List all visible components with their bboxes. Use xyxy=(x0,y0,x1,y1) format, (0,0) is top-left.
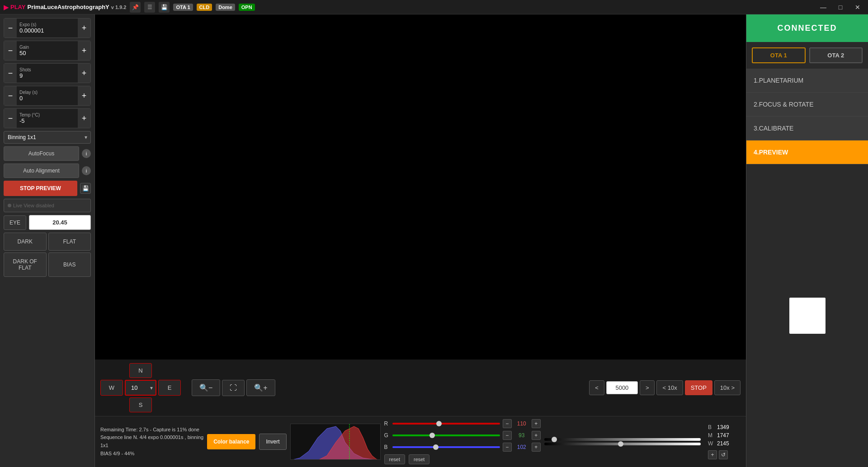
nav-controls: N W 10 1 5 20 50 E S xyxy=(95,360,746,416)
north-button[interactable]: N xyxy=(129,363,152,378)
w-stat-value: 2145 xyxy=(717,440,729,447)
gain-plus-button[interactable]: + xyxy=(78,41,90,60)
app-name-full: PrimaLuceAstrophotographY xyxy=(27,4,109,10)
expo-plus-button[interactable]: + xyxy=(78,19,90,37)
zoom-out-button[interactable]: 🔍+ xyxy=(246,379,275,396)
left-sidebar: − Expo (s) 0.000001 + − Gain 50 + − Shot… xyxy=(0,14,95,467)
delay-minus-button[interactable]: − xyxy=(4,86,17,105)
r-plus-button[interactable]: + xyxy=(532,419,541,428)
temp-label: Temp (°C) xyxy=(19,112,75,117)
goto-lt-button[interactable]: < xyxy=(589,380,604,395)
delay-plus-button[interactable]: + xyxy=(78,86,90,105)
temp-minus-button[interactable]: − xyxy=(4,109,17,128)
maximize-button[interactable]: □ xyxy=(834,0,847,14)
fit-button[interactable]: ⛶ xyxy=(222,380,245,396)
gain-minus-button[interactable]: − xyxy=(4,41,17,60)
minimize-button[interactable]: — xyxy=(816,0,830,14)
step-select[interactable]: 10 1 5 20 50 xyxy=(125,380,156,396)
stop-preview-button[interactable]: STOP PREVIEW xyxy=(4,181,77,196)
auto-alignment-info-icon[interactable]: i xyxy=(82,166,91,175)
b-stat-row: B 1349 xyxy=(708,424,737,430)
shots-label: Shots xyxy=(19,67,75,72)
zoom-in-button[interactable]: 🔍− xyxy=(192,379,220,396)
m-stat-value: 1747 xyxy=(717,432,729,439)
cld-badge: CLD xyxy=(197,4,212,11)
b-plus-button[interactable]: + xyxy=(532,443,541,452)
delay-label: Delay (s) xyxy=(19,90,75,95)
auto-alignment-button[interactable]: Auto Alignment xyxy=(4,163,79,178)
flat-button[interactable]: FLAT xyxy=(48,233,91,251)
right-sidebar: CONNECTED OTA 1 OTA 2 1.PLANETARIUM 2.FO… xyxy=(746,14,868,467)
ota1-badge: OTA 1 xyxy=(173,4,193,11)
ota-tabs: OTA 1 OTA 2 xyxy=(746,42,868,69)
temp-value: -5 xyxy=(19,117,75,124)
black-slider[interactable] xyxy=(544,438,701,441)
shots-minus-button[interactable]: − xyxy=(4,64,17,83)
focus-rotate-menu-item[interactable]: 2.FOCUS & ROTATE xyxy=(746,93,868,117)
r-slider[interactable] xyxy=(392,423,500,425)
pin-icon[interactable]: 📌 xyxy=(130,2,141,13)
white-slider[interactable] xyxy=(544,443,701,445)
goto-gt-button[interactable]: > xyxy=(640,380,655,395)
status-line2: Sequence line N. 4/4 expo 0.000001s , bi… xyxy=(100,434,203,442)
stat-refresh-button[interactable]: ↺ xyxy=(719,450,728,459)
settings-icon[interactable]: ☰ xyxy=(144,2,155,13)
r-value: 110 xyxy=(514,420,529,427)
save-icon[interactable]: 💾 xyxy=(159,2,170,13)
b-value: 102 xyxy=(514,444,529,450)
goto-gt10x-button[interactable]: 10x > xyxy=(714,380,741,395)
nswe-row: W 10 1 5 20 50 E xyxy=(100,380,181,396)
dome-badge: Dome xyxy=(216,4,235,11)
eye-value: 20.45 xyxy=(29,215,91,230)
titlebar: ▶ PLAY PrimaLuceAstrophotographY v 1.9.2… xyxy=(0,0,868,14)
live-view-button[interactable]: Live View disabled xyxy=(4,199,91,212)
eye-row: EYE 20.45 xyxy=(4,215,91,230)
g-minus-button[interactable]: − xyxy=(503,431,512,440)
center-panel: N W 10 1 5 20 50 E S xyxy=(95,14,746,467)
b-minus-button[interactable]: − xyxy=(503,443,512,452)
temp-plus-button[interactable]: + xyxy=(78,109,90,128)
save-sequence-icon[interactable]: 💾 xyxy=(80,183,91,194)
calibrate-menu-item[interactable]: 3.CALIBRATE xyxy=(746,117,868,140)
goto-input[interactable] xyxy=(606,381,638,394)
preview-menu-item[interactable]: 4.PREVIEW xyxy=(746,140,868,164)
bw-slider-section xyxy=(544,438,701,445)
color-balance-button[interactable]: Color balance xyxy=(207,434,255,449)
invert-label: Invert xyxy=(266,439,279,445)
autofocus-info-icon[interactable]: i xyxy=(82,149,91,158)
bias-button[interactable]: BIAS xyxy=(48,252,91,277)
g-plus-button[interactable]: + xyxy=(532,431,541,440)
b-stat-value: 1349 xyxy=(717,424,729,430)
eye-label: EYE xyxy=(4,215,26,230)
calib-grid: DARK FLAT DARK OF FLAT BIAS xyxy=(4,233,91,277)
shots-value: 9 xyxy=(19,72,75,79)
ota1-tab[interactable]: OTA 1 xyxy=(752,47,806,63)
invert-button[interactable]: Invert xyxy=(259,434,286,450)
main-layout: − Expo (s) 0.000001 + − Gain 50 + − Shot… xyxy=(0,14,868,467)
west-button[interactable]: W xyxy=(100,380,123,396)
step-select-wrapper: 10 1 5 20 50 xyxy=(125,380,156,396)
dark-of-flat-button[interactable]: DARK OF FLAT xyxy=(4,252,47,277)
b-slider[interactable] xyxy=(392,446,500,448)
reset-button-1[interactable]: reset xyxy=(384,454,405,464)
east-button[interactable]: E xyxy=(158,380,181,396)
stats-panel: B 1349 M 1747 W 2145 + ↺ xyxy=(704,422,741,461)
planetarium-menu-item[interactable]: 1.PLANETARIUM xyxy=(746,69,868,93)
gain-content: Gain 50 xyxy=(17,44,78,57)
ota2-tab[interactable]: OTA 2 xyxy=(809,47,863,63)
expo-minus-button[interactable]: − xyxy=(4,19,17,37)
goto-stop-button[interactable]: STOP xyxy=(685,380,712,395)
close-button[interactable]: ✕ xyxy=(851,0,864,14)
south-button[interactable]: S xyxy=(129,397,152,412)
r-minus-button[interactable]: − xyxy=(503,419,512,428)
shots-plus-button[interactable]: + xyxy=(78,64,90,83)
autofocus-button[interactable]: AutoFocus xyxy=(4,146,79,161)
stat-plus-button[interactable]: + xyxy=(708,450,717,459)
w-stat-label: W xyxy=(708,440,715,447)
binning-select[interactable]: Binning 1x1 Binning 2x2 Binning 3x3 Binn… xyxy=(4,131,91,144)
goto-lt10x-button[interactable]: < 10x xyxy=(656,380,683,395)
dark-button[interactable]: DARK xyxy=(4,233,47,251)
g-slider[interactable] xyxy=(392,434,500,436)
reset-button-2[interactable]: reset xyxy=(409,454,429,464)
bottom-bar: Remaining Time: 2.7s - Capture is 11% do… xyxy=(95,416,746,467)
